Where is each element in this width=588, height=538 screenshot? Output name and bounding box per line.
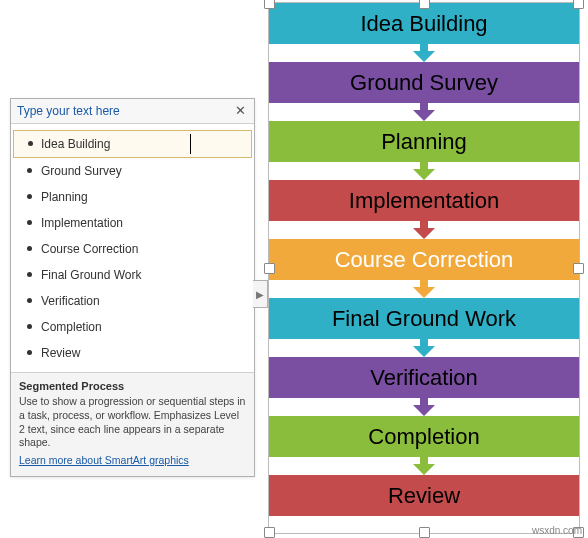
- arrow-row: [269, 398, 579, 416]
- text-pane-header: Type your text here ✕: [11, 99, 254, 124]
- layout-name: Segmented Process: [19, 379, 246, 393]
- learn-more-link[interactable]: Learn more about SmartArt graphics: [19, 454, 189, 468]
- arrow-row: [269, 221, 579, 239]
- list-item-label: Planning: [41, 187, 88, 207]
- resize-handle[interactable]: [419, 527, 430, 538]
- bullet-icon: [27, 298, 32, 303]
- list-item-label: Verification: [41, 291, 100, 311]
- list-item[interactable]: Implementation: [13, 210, 252, 236]
- arrow-row: [269, 162, 579, 180]
- resize-handle[interactable]: [573, 0, 584, 9]
- layout-description: Use to show a progression or sequential …: [19, 395, 245, 448]
- process-step[interactable]: Verification: [269, 357, 579, 398]
- process-step-label: Implementation: [349, 188, 499, 214]
- arrow-down-icon: [411, 221, 437, 239]
- bullet-icon: [27, 220, 32, 225]
- list-item[interactable]: Final Ground Work: [13, 262, 252, 288]
- list-item-label: Implementation: [41, 213, 123, 233]
- process-step[interactable]: Implementation: [269, 180, 579, 221]
- bullet-icon: [27, 194, 32, 199]
- arrow-down-icon: [411, 339, 437, 357]
- list-item-label: Ground Survey: [41, 161, 122, 181]
- list-item[interactable]: Idea Building: [13, 130, 252, 158]
- bullet-icon: [28, 141, 33, 146]
- resize-handle[interactable]: [573, 263, 584, 274]
- list-item-label: Review: [41, 343, 80, 363]
- resize-handle[interactable]: [264, 527, 275, 538]
- process-step-label: Course Correction: [335, 247, 514, 273]
- process-step[interactable]: Course Correction: [269, 239, 579, 280]
- text-pane-title: Type your text here: [17, 104, 120, 118]
- list-item[interactable]: Completion: [13, 314, 252, 340]
- watermark: wsxdn.com: [532, 525, 582, 536]
- process-step[interactable]: Completion: [269, 416, 579, 457]
- smartart-text-pane: Type your text here ✕ Idea Building Grou…: [10, 98, 255, 477]
- list-item[interactable]: Course Correction: [13, 236, 252, 262]
- list-item-label: Idea Building: [41, 134, 110, 154]
- bullet-icon: [27, 246, 32, 251]
- bullet-icon: [27, 324, 32, 329]
- bullet-icon: [27, 168, 32, 173]
- process-step[interactable]: Planning: [269, 121, 579, 162]
- arrow-row: [269, 44, 579, 62]
- arrow-down-icon: [411, 457, 437, 475]
- text-pane-toggle[interactable]: ▶: [253, 280, 268, 308]
- arrow-row: [269, 457, 579, 475]
- arrow-row: [269, 103, 579, 121]
- arrow-down-icon: [411, 162, 437, 180]
- list-item[interactable]: Review: [13, 340, 252, 366]
- list-item-label: Completion: [41, 317, 102, 337]
- process-step-label: Planning: [381, 129, 467, 155]
- arrow-down-icon: [411, 398, 437, 416]
- process-step-label: Verification: [370, 365, 478, 391]
- bullet-icon: [27, 350, 32, 355]
- list-item[interactable]: Ground Survey: [13, 158, 252, 184]
- smartart-graphic[interactable]: Idea BuildingGround SurveyPlanningImplem…: [268, 2, 580, 534]
- arrow-down-icon: [411, 44, 437, 62]
- chevron-right-icon: ▶: [256, 289, 264, 300]
- process-step[interactable]: Ground Survey: [269, 62, 579, 103]
- text-pane-footer: Segmented Process Use to show a progress…: [11, 372, 254, 476]
- resize-handle[interactable]: [264, 0, 275, 9]
- resize-handle[interactable]: [264, 263, 275, 274]
- arrow-row: [269, 280, 579, 298]
- process-step-label: Completion: [368, 424, 479, 450]
- resize-handle[interactable]: [419, 0, 430, 9]
- list-item[interactable]: Verification: [13, 288, 252, 314]
- list-item-label: Course Correction: [41, 239, 138, 259]
- process-step-label: Review: [388, 483, 460, 509]
- process-step[interactable]: Idea Building: [269, 3, 579, 44]
- list-item[interactable]: Planning: [13, 184, 252, 210]
- bullet-icon: [27, 272, 32, 277]
- arrow-down-icon: [411, 103, 437, 121]
- arrow-down-icon: [411, 280, 437, 298]
- process-step[interactable]: Review: [269, 475, 579, 516]
- process-step-label: Idea Building: [360, 11, 487, 37]
- process-step-label: Ground Survey: [350, 70, 498, 96]
- list-item-label: Final Ground Work: [41, 265, 141, 285]
- text-pane-list: Idea Building Ground Survey Planning Imp…: [11, 124, 254, 372]
- process-step[interactable]: Final Ground Work: [269, 298, 579, 339]
- close-icon[interactable]: ✕: [232, 103, 248, 119]
- arrow-row: [269, 339, 579, 357]
- process-step-label: Final Ground Work: [332, 306, 516, 332]
